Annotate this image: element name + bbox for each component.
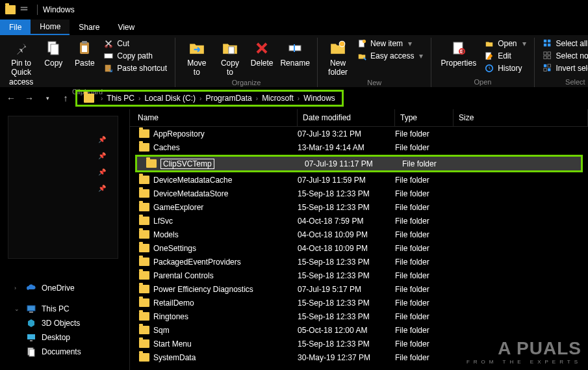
svg-rect-28 — [548, 56, 550, 59]
chevron-right-icon[interactable]: › — [101, 95, 103, 102]
tab-view[interactable]: View — [109, 20, 144, 35]
new-item-button[interactable]: New item▾ — [354, 38, 426, 49]
pin-icon: 📌 — [98, 168, 106, 176]
tab-home[interactable]: Home — [31, 20, 70, 35]
file-list: Name Date modified Type Size AppReposito… — [130, 109, 588, 370]
copy-label: Copy — [44, 59, 62, 68]
file-row[interactable]: PackagedEventProviders15-Sep-18 12:33 PM… — [130, 255, 588, 269]
cell-type: File folder — [395, 244, 454, 253]
file-row[interactable]: Power Efficiency Diagnostics07-Jul-19 5:… — [130, 282, 588, 296]
up-button[interactable]: ↑ — [60, 92, 71, 104]
file-name: Start Menu — [153, 339, 192, 349]
back-button[interactable]: ← — [5, 92, 17, 104]
tab-share[interactable]: Share — [70, 20, 109, 35]
file-row[interactable]: AppRepository07-Jul-19 3:21 PMFile folde… — [130, 127, 588, 140]
cell-type: File folder — [395, 339, 454, 349]
invert-selection-button[interactable]: Invert selection — [540, 62, 588, 74]
file-row[interactable]: DeviceMetadataStore15-Sep-18 12:33 PMFil… — [130, 187, 588, 200]
chevron-right-icon[interactable]: › — [199, 95, 201, 102]
breadcrumb-part[interactable]: Local Disk (C:) — [144, 94, 196, 103]
rename-input[interactable]: ClipSVCTemp — [160, 159, 214, 169]
breadcrumb-part[interactable]: Microsoft — [262, 94, 294, 103]
svg-rect-27 — [543, 56, 546, 59]
cell-type: File folder — [395, 176, 454, 185]
navigation-bar: ← → ▾ ↑ › This PC › Local Disk (C:) › Pr… — [0, 87, 588, 109]
file-row[interactable]: GameExplorer15-Sep-18 12:33 PMFile folde… — [130, 200, 588, 214]
chevron-right-icon[interactable]: › — [256, 95, 258, 102]
file-name: RetailDemo — [153, 298, 194, 308]
cell-type: File folder — [395, 217, 454, 226]
folder-icon — [139, 203, 149, 211]
nav-onedrive[interactable]: ›OneDrive — [0, 281, 129, 295]
file-row[interactable]: DeviceMetadataCache07-Jul-19 11:59 PMFil… — [130, 173, 588, 187]
ribbon: Pin to Quick access Copy Paste Cut Copy … — [0, 35, 588, 87]
nav-documents[interactable]: Documents — [0, 345, 129, 359]
nav-thispc[interactable]: ⌄This PC — [0, 302, 129, 316]
copy-to-icon — [221, 39, 239, 57]
history-button[interactable]: History — [481, 62, 528, 74]
copy-to-button[interactable]: Copy to — [214, 38, 246, 79]
svg-rect-9 — [105, 54, 112, 59]
cell-type: File folder — [395, 143, 454, 152]
chevron-right-icon[interactable]: › — [298, 95, 300, 102]
paste-shortcut-button[interactable]: Paste shortcut — [101, 62, 170, 74]
svg-rect-5 — [82, 41, 87, 44]
file-row[interactable]: Caches13-Mar-19 4:14 AMFile folder — [130, 140, 588, 154]
file-row[interactable]: OneSettings04-Oct-18 10:09 PMFile folder — [130, 241, 588, 255]
file-row[interactable]: LfSvc04-Oct-18 7:59 PMFile folder — [130, 214, 588, 228]
address-bar[interactable]: › This PC › Local Disk (C:) › ProgramDat… — [75, 90, 344, 107]
paste-button[interactable]: Paste — [70, 38, 99, 69]
svg-rect-1 — [21, 9, 28, 10]
recent-dropdown[interactable]: ▾ — [42, 92, 53, 104]
column-name[interactable]: Name — [130, 109, 298, 126]
move-to-button[interactable]: Move to — [181, 38, 213, 79]
new-folder-button[interactable]: New folder — [323, 38, 353, 79]
rename-button[interactable]: Rename — [278, 38, 312, 69]
cell-date: 15-Sep-18 12:33 PM — [298, 258, 395, 267]
column-size[interactable]: Size — [454, 109, 588, 126]
file-row[interactable]: Ringtones15-Sep-18 12:33 PMFile folder — [130, 310, 588, 323]
navigation-pane: 📌 📌 📌 📌 ›OneDrive ⌄This PC 3D Objects De… — [0, 109, 130, 370]
breadcrumb-part[interactable]: ProgramData — [205, 94, 251, 103]
desktop-icon — [26, 332, 36, 343]
file-row[interactable]: Models04-Oct-18 10:09 PMFile folder — [130, 228, 588, 241]
easy-access-button[interactable]: Easy access▾ — [354, 50, 426, 62]
ribbon-group-select: Select all Select none Invert selection … — [535, 38, 588, 87]
select-none-button[interactable]: Select none — [540, 50, 588, 62]
forward-button[interactable]: → — [23, 92, 35, 104]
copy-icon — [44, 39, 62, 57]
file-name: LfSvc — [153, 217, 173, 226]
select-all-button[interactable]: Select all — [540, 38, 588, 49]
copy-path-button[interactable]: Copy path — [101, 50, 170, 62]
folder-icon — [5, 5, 16, 14]
open-button[interactable]: Open▾ — [481, 38, 528, 49]
cell-type: File folder — [395, 258, 454, 267]
qat-dropdown-icon[interactable] — [19, 5, 29, 14]
delete-button[interactable]: Delete — [247, 38, 277, 69]
breadcrumb-part[interactable]: This PC — [107, 94, 134, 103]
cut-button[interactable]: Cut — [101, 38, 170, 49]
file-row[interactable]: ClipSVCTemp07-Jul-19 11:17 PMFile folder — [137, 157, 581, 170]
breadcrumb-part[interactable]: Windows — [303, 94, 335, 103]
cell-date: 15-Sep-18 12:33 PM — [298, 339, 395, 349]
properties-button[interactable]: Properties — [437, 38, 480, 69]
copy-button[interactable]: Copy — [38, 38, 68, 69]
easy-access-icon — [357, 51, 367, 61]
folder-icon — [139, 129, 149, 138]
column-headers: Name Date modified Type Size — [130, 109, 588, 127]
file-row[interactable]: RetailDemo15-Sep-18 12:33 PMFile folder — [130, 296, 588, 310]
nav-desktop[interactable]: Desktop — [0, 330, 129, 345]
file-row[interactable]: Sqm05-Oct-18 12:00 AMFile folder — [130, 323, 588, 337]
pin-icon: 📌 — [98, 152, 106, 159]
pin-icon: 📌 — [98, 185, 106, 192]
chevron-right-icon[interactable]: › — [138, 95, 140, 102]
cell-type: File folder — [395, 230, 454, 239]
pin-to-quick-access-button[interactable]: Pin to Quick access — [5, 38, 37, 88]
tab-file[interactable]: File — [0, 20, 31, 35]
edit-button[interactable]: Edit — [481, 50, 528, 62]
nav-3d-objects[interactable]: 3D Objects — [0, 316, 129, 330]
column-date[interactable]: Date modified — [298, 109, 395, 126]
file-row[interactable]: Parental Controls15-Sep-18 12:33 PMFile … — [130, 269, 588, 282]
column-type[interactable]: Type — [395, 109, 454, 126]
svg-rect-3 — [51, 44, 58, 55]
